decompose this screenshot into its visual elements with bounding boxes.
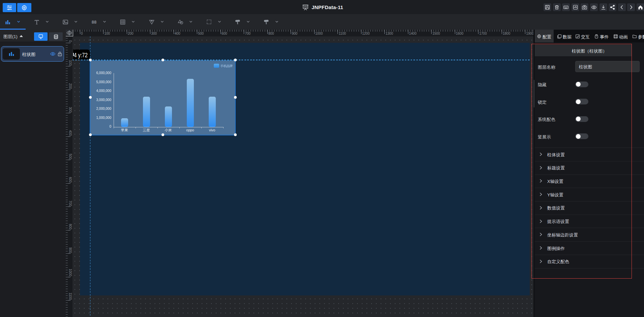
svg-text:88: 88 — [92, 20, 96, 25]
